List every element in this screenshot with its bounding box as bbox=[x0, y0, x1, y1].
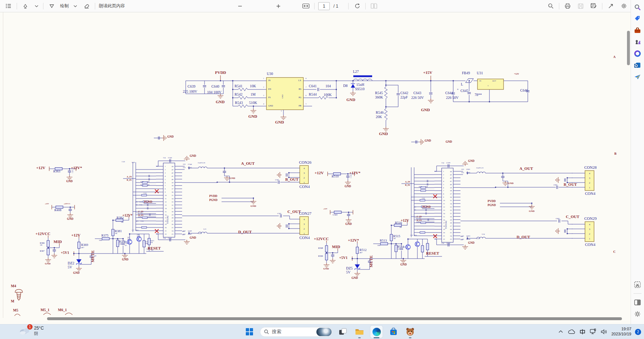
open-indicator bbox=[409, 337, 412, 338]
notification-badge[interactable]: 2 bbox=[635, 329, 641, 335]
divider bbox=[365, 3, 366, 9]
save-icon[interactable] bbox=[576, 1, 585, 11]
search-daily-image bbox=[316, 328, 332, 336]
svg-text:37: 37 bbox=[450, 193, 452, 195]
svg-text:2: 2 bbox=[589, 181, 590, 184]
fit-width-icon[interactable] bbox=[301, 1, 311, 11]
bear-app-button[interactable] bbox=[404, 326, 416, 338]
svg-text:14: 14 bbox=[443, 213, 445, 214]
svg-text:15: 15 bbox=[165, 211, 167, 213]
active-indicator bbox=[374, 337, 379, 338]
chevron-up-icon[interactable] bbox=[557, 328, 564, 335]
svg-text:28: 28 bbox=[450, 222, 452, 224]
start-button[interactable] bbox=[243, 326, 256, 338]
toolbox-icon[interactable] bbox=[633, 26, 642, 35]
taskbar: 1 25°C 阴 搜索 bbox=[0, 324, 644, 339]
clock[interactable]: 19:07 2023/10/19 bbox=[611, 327, 631, 337]
draw-label[interactable]: 绘制 bbox=[60, 3, 69, 9]
svg-text:23: 23 bbox=[450, 238, 452, 240]
drop-icon[interactable] bbox=[633, 72, 642, 81]
zoom-out-icon[interactable] bbox=[235, 1, 245, 11]
read-aloud-button[interactable]: 朗读此页内容 bbox=[99, 3, 125, 9]
svg-text:34: 34 bbox=[172, 198, 174, 200]
web-capture-icon[interactable] bbox=[633, 280, 642, 289]
svg-text:16: 16 bbox=[443, 219, 445, 221]
weather-widget[interactable]: 1 25°C 阴 bbox=[19, 326, 44, 336]
svg-text:28: 28 bbox=[172, 217, 174, 219]
contents-icon[interactable] bbox=[4, 1, 13, 11]
tray-time: 19:07 bbox=[621, 327, 631, 331]
svg-text:29: 29 bbox=[450, 219, 452, 221]
svg-text:18: 18 bbox=[443, 225, 445, 227]
svg-text:31: 31 bbox=[450, 213, 452, 214]
svg-text:41: 41 bbox=[450, 180, 452, 182]
svg-text:10: 10 bbox=[165, 194, 167, 196]
split-screen-icon[interactable] bbox=[633, 298, 642, 307]
edge-icon bbox=[372, 328, 381, 336]
draw-pen-icon[interactable] bbox=[47, 1, 56, 11]
microsoft365-icon[interactable] bbox=[633, 49, 642, 58]
settings-icon[interactable] bbox=[619, 1, 628, 11]
save-as-icon[interactable] bbox=[589, 1, 598, 11]
bing-search-icon[interactable] bbox=[633, 3, 642, 12]
edge-sidebar bbox=[631, 0, 644, 324]
store-button[interactable] bbox=[387, 326, 400, 338]
svg-text:23: 23 bbox=[172, 233, 174, 235]
divider bbox=[17, 3, 17, 9]
vertical-scrollbar-thumb[interactable] bbox=[627, 31, 630, 65]
chevron-down-icon[interactable] bbox=[34, 1, 39, 11]
outlook-icon[interactable] bbox=[633, 61, 642, 70]
svg-text:30: 30 bbox=[450, 216, 452, 218]
print-icon[interactable] bbox=[563, 1, 572, 11]
network-icon[interactable] bbox=[590, 328, 597, 335]
svg-text:33: 33 bbox=[450, 206, 452, 208]
games-icon[interactable] bbox=[633, 38, 642, 46]
svg-text:36: 36 bbox=[450, 196, 452, 198]
onedrive-icon[interactable] bbox=[568, 328, 575, 335]
svg-text:40: 40 bbox=[450, 184, 452, 185]
horizontal-scrollbar-thumb[interactable] bbox=[47, 317, 622, 320]
svg-text:17: 17 bbox=[443, 222, 445, 224]
svg-text:15: 15 bbox=[443, 216, 445, 218]
page-view-icon[interactable] bbox=[369, 1, 379, 11]
search-icon[interactable] bbox=[546, 1, 555, 11]
schematic-drawing: 1234567891011121314151617181920212244434… bbox=[0, 0, 644, 339]
edge-button[interactable] bbox=[370, 325, 383, 338]
divider bbox=[602, 3, 602, 9]
fullscreen-icon[interactable] bbox=[606, 1, 615, 11]
svg-text:11: 11 bbox=[165, 198, 167, 200]
ime-indicator[interactable]: 中 bbox=[579, 328, 586, 335]
svg-text:26: 26 bbox=[172, 223, 174, 225]
svg-text:37: 37 bbox=[172, 188, 174, 190]
svg-text:21: 21 bbox=[443, 235, 445, 237]
zoom-in-icon[interactable] bbox=[274, 1, 283, 11]
task-view-button[interactable] bbox=[337, 326, 349, 338]
file-explorer-button[interactable] bbox=[353, 326, 366, 338]
divider bbox=[43, 3, 43, 9]
eraser-icon[interactable] bbox=[82, 1, 91, 11]
divider bbox=[348, 3, 349, 9]
chevron-down-icon[interactable] bbox=[72, 1, 78, 11]
highlighter-icon[interactable] bbox=[21, 1, 30, 11]
svg-text:34: 34 bbox=[450, 203, 452, 205]
svg-text:2: 2 bbox=[589, 233, 590, 235]
rotate-icon[interactable] bbox=[352, 1, 362, 11]
svg-text:1: 1 bbox=[589, 237, 590, 240]
volume-icon[interactable] bbox=[601, 328, 608, 335]
svg-text:24: 24 bbox=[172, 230, 174, 232]
weather-temp: 25°C bbox=[34, 326, 44, 331]
divider bbox=[95, 3, 95, 9]
svg-text:3: 3 bbox=[303, 223, 304, 225]
svg-text:19: 19 bbox=[165, 223, 167, 225]
divider bbox=[314, 3, 315, 9]
page-number-input[interactable] bbox=[318, 2, 330, 10]
svg-text:16: 16 bbox=[165, 214, 167, 216]
svg-text:25: 25 bbox=[172, 227, 174, 229]
svg-text:2: 2 bbox=[303, 227, 304, 230]
svg-text:13: 13 bbox=[165, 204, 167, 206]
settings-icon[interactable] bbox=[633, 310, 642, 318]
search-input[interactable]: 搜索 bbox=[260, 327, 332, 337]
weather-condition: 阴 bbox=[34, 331, 38, 336]
shopping-icon[interactable] bbox=[633, 14, 642, 23]
svg-text:3: 3 bbox=[589, 177, 590, 179]
